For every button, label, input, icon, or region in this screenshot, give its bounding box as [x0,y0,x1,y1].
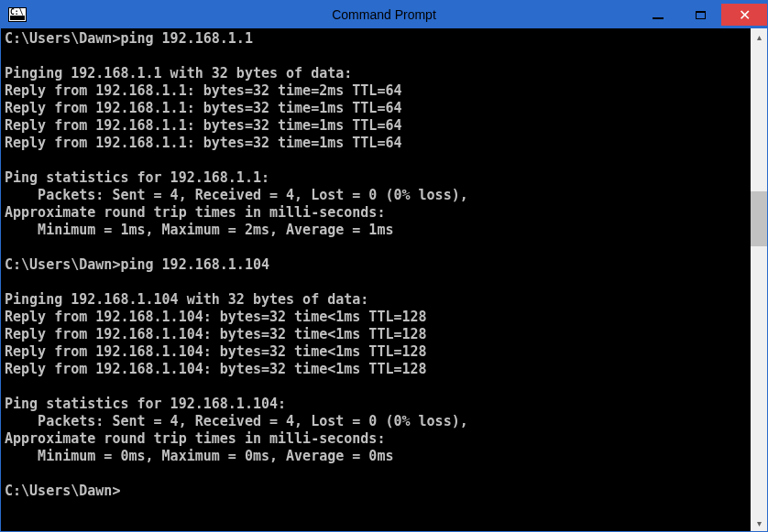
command-text: ping 192.168.1.1 [120,30,253,47]
scroll-down-button[interactable]: ▾ [751,515,767,531]
ping-reply: Reply from 192.168.1.104: bytes=32 time<… [5,326,427,342]
packets-line: Packets: Sent = 4, Received = 4, Lost = … [5,413,468,429]
stats-header: Ping statistics for 192.168.1.104: [5,396,286,412]
rtt-header: Approximate round trip times in milli-se… [5,430,385,447]
ping-reply: Reply from 192.168.1.1: bytes=32 time=1m… [5,117,401,134]
rtt-header: Approximate round trip times in milli-se… [5,204,385,221]
cmd-icon: C:\ [8,7,27,22]
scroll-thumb[interactable] [751,191,767,246]
maximize-button[interactable] [679,4,721,26]
scroll-track[interactable] [751,45,767,515]
close-button[interactable]: ✕ [721,4,767,26]
packets-line: Packets: Sent = 4, Received = 4, Lost = … [5,187,468,203]
terminal-output[interactable]: C:\Users\Dawn>ping 192.168.1.1 Pinging 1… [1,28,751,531]
command-prompt-window: C:\ Command Prompt ✕ C:\Users\Dawn>ping … [0,0,768,532]
ping-reply: Reply from 192.168.1.104: bytes=32 time<… [5,309,427,325]
ping-reply: Reply from 192.168.1.1: bytes=32 time=1m… [5,100,401,116]
prompt-line: C:\Users\Dawn> [5,483,120,499]
ping-reply: Reply from 192.168.1.1: bytes=32 time=2m… [5,82,401,99]
prompt-line: C:\Users\Dawn> [5,256,120,273]
vertical-scrollbar[interactable]: ▴ ▾ [751,28,767,531]
rtt-line: Minimum = 0ms, Maximum = 0ms, Average = … [5,448,393,464]
ping-reply: Reply from 192.168.1.1: bytes=32 time=1m… [5,135,401,151]
maximize-icon [696,11,706,19]
minimize-icon [653,17,664,19]
close-icon: ✕ [739,6,751,24]
ping-header: Pinging 192.168.1.1 with 32 bytes of dat… [5,65,352,81]
stats-header: Ping statistics for 192.168.1.1: [5,169,269,186]
command-text: ping 192.168.1.104 [120,256,269,273]
ping-reply: Reply from 192.168.1.104: bytes=32 time<… [5,361,427,377]
terminal-area: C:\Users\Dawn>ping 192.168.1.1 Pinging 1… [1,28,767,531]
ping-header: Pinging 192.168.1.104 with 32 bytes of d… [5,291,368,308]
ping-reply: Reply from 192.168.1.104: bytes=32 time<… [5,343,427,360]
minimize-button[interactable] [637,4,679,26]
titlebar[interactable]: C:\ Command Prompt ✕ [1,1,767,28]
window-controls: ✕ [637,4,767,26]
prompt-line: C:\Users\Dawn> [5,30,120,47]
rtt-line: Minimum = 1ms, Maximum = 2ms, Average = … [5,222,393,238]
scroll-up-button[interactable]: ▴ [751,28,767,45]
